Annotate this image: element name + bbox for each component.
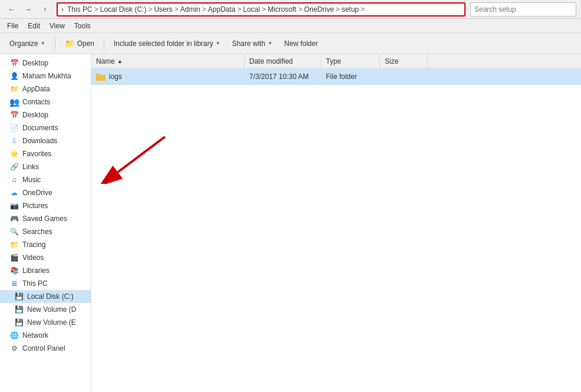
sidebar-item-contacts[interactable]: 👥 Contacts [0,95,91,108]
forward-button[interactable]: → [21,2,35,17]
address-localdisk[interactable]: Local Disk (C:) [100,5,147,14]
sidebar-label-newvolume-e: New Volume (E [27,318,76,327]
new-folder-button[interactable]: New folder [279,35,322,52]
onedrive-icon: ☁ [9,188,19,197]
sidebar-label-onedrive: OneDrive [22,189,52,197]
sidebar-item-pictures[interactable]: 📷 Pictures [0,199,91,212]
sidebar-item-onedrive[interactable]: ☁ OneDrive [0,186,91,199]
open-label: Open [77,39,94,48]
include-library-button[interactable]: Include selected folder in library ▼ [109,35,225,52]
column-name-label: Name [96,57,115,65]
menu-tools[interactable]: Tools [70,21,95,31]
menu-bar: File Edit View Tools [0,19,581,33]
sidebar-item-music[interactable]: ♫ Music [0,173,91,186]
toolbar-separator-2 [104,38,104,50]
user-icon: 👤 [9,71,19,81]
column-header-size[interactable]: Size [380,54,427,68]
sidebar-label-searches: Searches [22,228,52,236]
share-with-button[interactable]: Share with ▼ [227,35,278,52]
sidebar: 📅 Desktop 👤 Maham Mukhta 📁 AppData 👥 Con… [0,54,91,392]
file-cell-name: logs [91,73,245,81]
sort-arrow: ▲ [117,58,123,64]
sidebar-item-user[interactable]: 👤 Maham Mukhta [0,70,91,83]
sidebar-label-user: Maham Mukhta [22,72,71,80]
sidebar-item-downloads[interactable]: ⇩ Downloads [0,134,91,147]
sidebar-item-thispc[interactable]: 🖥 This PC [0,277,91,290]
sidebar-label-appdata: AppData [22,85,50,93]
column-header-date[interactable]: Date modified [245,54,321,68]
address-bar[interactable]: › This PC > Local Disk (C:) > Users > Ad… [57,2,466,17]
include-library-label: Include selected folder in library [114,39,213,48]
organize-dropdown-arrow: ▼ [41,41,45,46]
sidebar-label-network: Network [22,331,48,340]
network-icon: 🌐 [9,331,19,340]
sidebar-item-libraries[interactable]: 📚 Libraries [0,264,91,277]
up-button[interactable]: ↑ [38,2,52,17]
address-admin[interactable]: Admin [180,5,200,14]
sidebar-label-newvolume-d: New Volume (D [27,305,76,314]
sidebar-item-links[interactable]: 🔗 Links [0,160,91,173]
address-appdata[interactable]: AppData [208,5,236,14]
sidebar-item-network[interactable]: 🌐 Network [0,329,91,342]
sidebar-item-newvolume-d[interactable]: 💾 New Volume (D [0,303,91,316]
toolbar: Organize ▼ 📁 Open Include selected folde… [0,33,581,54]
desktop-icon: 📅 [9,58,19,68]
sidebar-label-desktop2: Desktop [22,111,48,119]
file-cell-date: 7/3/2017 10:30 AM [245,73,321,81]
file-name-label: logs [109,73,122,81]
address-onedrive[interactable]: OneDrive [304,5,334,14]
open-button[interactable]: 📁 Open [60,35,99,52]
column-header-type[interactable]: Type [321,54,380,68]
folder-icon [96,73,105,81]
newvolume-d-icon: 💾 [14,305,24,314]
sidebar-label-localdisk-c: Local Disk (C:) [27,292,74,301]
sidebar-item-tracing[interactable]: 📁 Tracing [0,238,91,251]
menu-edit[interactable]: Edit [23,21,45,31]
sidebar-item-appdata[interactable]: 📁 AppData [0,83,91,95]
organize-label: Organize [9,39,38,48]
sidebar-label-links: Links [22,163,39,171]
savedgames-icon: 🎮 [9,214,19,223]
sidebar-item-localdisk-c[interactable]: 💾 Local Disk (C:) [0,290,91,303]
file-type-label: File folder [326,73,357,81]
sidebar-item-documents[interactable]: 📄 Documents [0,121,91,134]
address-setup[interactable]: setup [342,5,359,14]
address-thispc[interactable]: This PC [67,5,93,14]
sidebar-label-downloads: Downloads [22,137,57,145]
favorites-icon: ⭐ [9,149,19,159]
libraries-icon: 📚 [9,266,19,275]
file-list-header: Name ▲ Date modified Type Size [91,54,581,68]
address-microsoft[interactable]: Microsoft [268,5,296,14]
include-library-arrow: ▼ [216,41,220,46]
menu-view[interactable]: View [45,21,70,31]
sidebar-item-favorites[interactable]: ⭐ Favorites [0,147,91,160]
address-users[interactable]: Users [154,5,172,14]
search-input[interactable] [470,2,576,17]
sidebar-label-libraries: Libraries [22,266,49,275]
videos-icon: 🎬 [9,253,19,262]
sidebar-item-desktop[interactable]: 📅 Desktop [0,57,91,70]
sidebar-item-videos[interactable]: 🎬 Videos [0,251,91,264]
downloads-icon: ⇩ [9,136,19,146]
menu-file[interactable]: File [2,21,23,31]
open-icon: 📁 [65,39,75,48]
address-local[interactable]: Local [243,5,260,14]
sidebar-label-pictures: Pictures [22,202,48,210]
file-date-label: 7/3/2017 10:30 AM [249,73,309,81]
back-button[interactable]: ← [5,2,19,17]
appdata-folder-icon: 📁 [9,84,19,94]
column-header-name[interactable]: Name ▲ [91,54,245,68]
newvolume-e-icon: 💾 [14,318,24,327]
sidebar-item-searches[interactable]: 🔍 Searches [0,225,91,238]
title-bar: ← → ↑ › This PC > Local Disk (C:) > User… [0,0,581,19]
sidebar-item-controlpanel[interactable]: ⚙ Control Panel [0,342,91,355]
organize-button[interactable]: Organize ▼ [5,35,50,52]
links-icon: 🔗 [9,162,19,172]
table-row[interactable]: logs 7/3/2017 10:30 AM File folder [91,68,581,85]
address-segment: › [61,5,64,14]
share-with-label: Share with [232,39,266,48]
sidebar-item-desktop2[interactable]: 📅 Desktop [0,108,91,121]
sidebar-item-newvolume-e[interactable]: 💾 New Volume (E [0,316,91,329]
localdisk-c-icon: 💾 [14,292,24,301]
sidebar-item-savedgames[interactable]: 🎮 Saved Games [0,212,91,225]
